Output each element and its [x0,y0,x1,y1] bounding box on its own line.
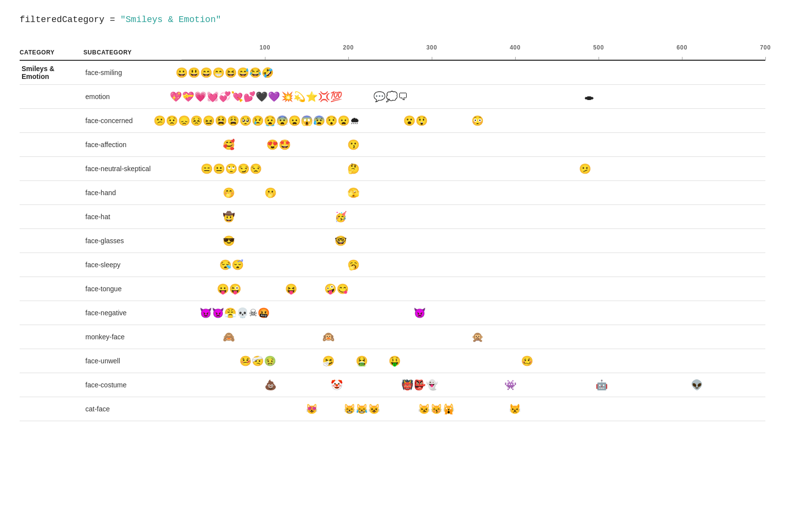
subcategory-cell: face-negative [83,301,182,325]
chart-area: 😻😸😹😺😼😽🙀😾 [183,400,763,418]
subcategory-cell: emotion [83,85,182,109]
chart-area: 😈👿😤💀☠🤬👿 [183,304,763,322]
emoji-marker: 🫢 [264,188,277,198]
emoji-marker: 👿 [414,308,426,318]
code-variable: filteredCategory [20,15,105,25]
category-header: CATEGORY [20,44,83,60]
emoji-marker: 🤪😋 [324,284,349,294]
subcategory-cell: face-sleepy [83,253,182,277]
table-row: face-sleepy😪😴🥱 [20,253,765,277]
category-cell [20,229,83,253]
table-row: face-concerned😕😟😞😣😖😫😩🥺😢😭😤😠😡😧😨😦😱😰😯😦🌧😮😲😳 [20,109,765,133]
table-row: face-costume💩🤡👹👺👻👾🤖👽 [20,373,765,397]
subcategory-cell: face-affection [83,133,182,157]
chart-area: 😎🤓 [183,232,763,250]
emoji-marker: 😗 [347,140,360,150]
category-cell [20,373,83,397]
category-cell [20,325,83,349]
chart-cell: 😻😸😹😺😼😽🙀😾 [182,397,765,421]
emoji-marker: 😻 [306,404,318,414]
subcategory-cell: face-neutral-skeptical [83,157,182,181]
category-cell [20,157,83,181]
emoji-marker: 😛😜 [217,284,241,294]
axis-tick-400: 400 [510,44,521,51]
subcategory-cell: monkey-face [83,325,182,349]
emoji-marker: 😎 [223,236,235,246]
code-expression: filteredCategory = "Smileys & Emotion" [20,15,765,25]
table-row: face-unwell🤒🤕🤢🤧🤮🤑🥴 [20,349,765,373]
table-header-row: CATEGORY SUBCATEGORY 100 200 300 400 500… [20,44,765,60]
axis-tick-600: 600 [677,44,687,51]
emoji-marker: 🤑 [389,356,401,366]
emoji-marker: 👽 [691,380,703,390]
chart-area: 🤒🤕🤢🤧🤮🤑🥴 [183,352,763,370]
emoji-marker: 🙈 [223,332,235,342]
chart-cell: 😛😜😝🤪😋 [182,277,765,301]
category-cell [20,181,83,205]
axis-tick-200: 200 [343,44,354,51]
emoji-marker: 👾 [504,380,517,390]
chart-cell: 😎🤓 [182,229,765,253]
data-table: CATEGORY SUBCATEGORY 100 200 300 400 500… [20,44,765,421]
axis-tick-500: 500 [593,44,604,51]
category-cell [20,253,83,277]
table-row: cat-face😻😸😹😺😼😽🙀😾 [20,397,765,421]
axis-header-cell: 100 200 300 400 500 600 700 [182,44,765,60]
code-value: "Smileys & Emotion" [120,15,221,25]
emoji-marker: 😝 [285,284,297,294]
chart-area: 😕😟😞😣😖😫😩🥺😢😭😤😠😡😧😨😦😱😰😯😦🌧😮😲😳 [183,112,763,129]
emoji-marker: 👹👺👻 [401,380,438,390]
emoji-marker: 🤓 [335,236,347,246]
chart-area: 😑😐🙄😏😒🤔🫤 [183,160,763,177]
subcategory-cell: face-costume [83,373,182,397]
emoji-marker: 💩 [264,380,277,390]
table-row: monkey-face🙈🙉🙊 [20,325,765,349]
emoji-marker: 🤭 [223,188,235,198]
emoji-marker: 😼😽🙀 [418,404,455,414]
emoji-marker: 💥💫⭐💢💯 [281,92,342,101]
emoji-marker: 🥰 [223,140,235,150]
chart-area: 🤠🥳 [183,208,763,226]
emoji-marker: 🥱 [347,260,360,270]
subcategory-cell: face-hand [83,181,182,205]
chart-area: 😛😜😝🤪😋 [183,280,763,298]
emoji-marker: 😾 [509,404,521,414]
emoji-marker: 🙉 [322,332,335,342]
emoji-marker: 😪😴 [219,260,244,270]
chart-cell: 😀😃😄😁😆😅😂🤣 [182,60,765,85]
subcategory-cell: face-tongue [83,277,182,301]
chart-cell: 🤭🫢🫣 [182,181,765,205]
axis-tick-100: 100 [260,44,270,51]
emoji-marker: 💬💭🗨 [373,92,408,101]
emoji-marker: 🫣 [347,188,360,198]
chart-area: 🤭🫢🫣 [183,184,763,202]
emoji-marker: 🫤 [579,164,591,174]
chart-table-wrapper: CATEGORY SUBCATEGORY 100 200 300 400 500… [20,44,765,421]
emoji-marker: 😍🤩 [266,140,291,150]
chart-cell: 🤠🥳 [182,205,765,229]
chart-cell: 🤒🤕🤢🤧🤮🤑🥴 [182,349,765,373]
category-cell: Smileys &Emotion [20,60,83,85]
axis-tick-700: 700 [760,44,771,51]
chart-area: 💩🤡👹👺👻👾🤖👽 [183,376,763,394]
chart-cell: 🙈🙉🙊 [182,325,765,349]
chart-area: 🙈🙉🙊 [183,328,763,346]
category-cell [20,133,83,157]
category-cell [20,85,83,109]
emoji-marker: 😀😃😄😁😆😅😂🤣 [176,68,274,77]
table-row: face-hand🤭🫢🫣 [20,181,765,205]
chart-cell: 💖💝💗💓💞💘💕🖤💜💥💫⭐💢💯💬💭🗨🕳 [182,85,765,109]
table-row: face-negative😈👿😤💀☠🤬👿 [20,301,765,325]
emoji-marker: 🤠 [223,212,235,222]
emoji-marker: 🕳 [584,92,594,101]
subcategory-cell: face-smiling [83,60,182,85]
table-row: face-neutral-skeptical😑😐🙄😏😒🤔🫤 [20,157,765,181]
emoji-marker: 🥳 [335,212,347,222]
category-cell [20,109,83,133]
emoji-marker: 🤧 [322,356,335,366]
table-row: face-tongue😛😜😝🤪😋 [20,277,765,301]
chart-area: 🥰😍🤩😗 [183,136,763,153]
emoji-marker: 🤡 [331,380,343,390]
emoji-marker: 🙊 [471,332,484,342]
table-row: face-hat🤠🥳 [20,205,765,229]
